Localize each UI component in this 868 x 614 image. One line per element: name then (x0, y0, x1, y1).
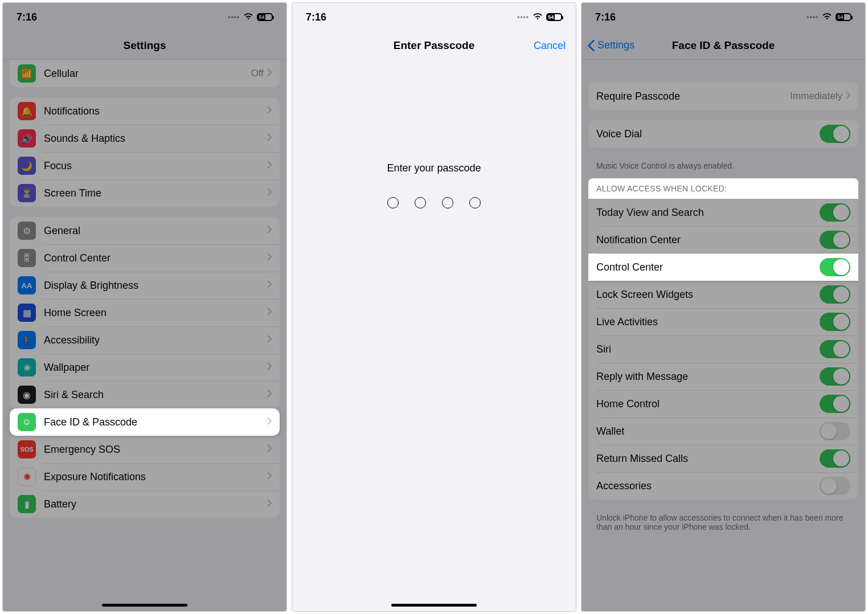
passcode-dot-3 (442, 197, 453, 208)
settings-cellular-row[interactable]: 📶 Cellular Off (10, 60, 280, 87)
sliders-icon: 🎛 (18, 249, 36, 267)
accessories-footer: Unlock iPhone to allow accessories to co… (582, 510, 865, 531)
status-bar: 7:16 •••• 54 (3, 3, 286, 31)
settings-sounds-row[interactable]: 🔊 Sounds & Haptics (10, 125, 280, 152)
passcode-dot-4 (469, 197, 481, 208)
allow-wallet-toggle[interactable] (820, 422, 850, 440)
passcode-dot-2 (415, 197, 426, 208)
allow-home-control-row[interactable]: Home Control (588, 390, 858, 417)
allow-row-label: Live Activities (596, 316, 820, 328)
allow-row-label: Reply with Message (596, 371, 820, 383)
home-indicator[interactable] (102, 604, 187, 607)
antenna-icon: 📶 (18, 64, 36, 83)
allow-live-activities-toggle[interactable] (820, 313, 850, 331)
cellular-dots-icon: •••• (517, 13, 529, 21)
nav-bar: Settings (3, 31, 286, 60)
chevron-right-icon (267, 280, 272, 290)
settings-display-row[interactable]: AA Display & Brightness (10, 272, 280, 299)
chevron-right-icon (267, 472, 272, 482)
accessibility-icon: 🚶 (18, 331, 36, 349)
allow-notification-center-row[interactable]: Notification Center (588, 226, 858, 253)
settings-screen: 7:16 •••• 54 Settings 📶 Cellular Off 🔔 N… (2, 2, 287, 612)
allow-live-activities-row[interactable]: Live Activities (588, 308, 858, 335)
settings-exposure-row[interactable]: ✺ Exposure Notifications (10, 463, 280, 490)
allow-wallet-row[interactable]: Wallet (588, 417, 858, 445)
allow-row-label: Wallet (596, 425, 820, 437)
status-time: 7:16 (595, 11, 616, 23)
settings-content[interactable]: 📶 Cellular Off 🔔 Notifications 🔊 Sounds … (3, 60, 286, 611)
settings-focus-row[interactable]: 🌙 Focus (10, 152, 280, 179)
settings-general-row[interactable]: ⚙ General (10, 217, 280, 244)
voice-dial-row[interactable]: Voice Dial (588, 120, 858, 148)
allow-today-view-and-search-row[interactable]: Today View and Search (588, 199, 858, 226)
passcode-screen: 7:16 •••• 54 Enter Passcode Cancel Enter… (292, 2, 576, 612)
wifi-icon (533, 11, 543, 23)
siri-icon: ◉ (18, 386, 36, 404)
flower-icon: ❀ (18, 358, 36, 376)
cancel-button[interactable]: Cancel (534, 40, 566, 52)
battery-icon: 54 (546, 13, 562, 21)
allow-return-missed-calls-row[interactable]: Return Missed Calls (588, 445, 858, 472)
allow-reply-with-message-toggle[interactable] (820, 367, 850, 386)
allow-row-label: Lock Screen Widgets (596, 289, 820, 301)
allow-lock-screen-widgets-row[interactable]: Lock Screen Widgets (588, 281, 858, 308)
chevron-right-icon (267, 133, 272, 144)
chevron-right-icon (267, 226, 272, 236)
settings-faceid-row-highlight: ☺ Face ID & Passcode (10, 408, 280, 436)
settings-battery-row[interactable]: ▮ Battery (10, 490, 280, 518)
settings-notifications-row[interactable]: 🔔 Notifications (10, 97, 280, 125)
allow-row-label: Accessories (596, 480, 820, 492)
settings-screentime-row[interactable]: ⏳ Screen Time (10, 179, 280, 207)
faceid-passcode-screen: 7:16 •••• 54 Settings Face ID & Passcode… (581, 2, 866, 612)
chevron-right-icon (267, 188, 272, 198)
settings-accessibility-row[interactable]: 🚶 Accessibility (10, 326, 280, 354)
allow-notification-center-toggle[interactable] (820, 231, 850, 249)
faceid-content[interactable]: Require Passcode Immediately Voice Dial … (582, 60, 865, 611)
settings-control-center-row[interactable]: 🎛 Control Center (10, 244, 280, 272)
allow-home-control-toggle[interactable] (820, 395, 850, 413)
allow-siri-toggle[interactable] (820, 340, 850, 358)
allow-control-center-toggle[interactable] (820, 258, 850, 276)
status-indicators: •••• 54 (806, 11, 851, 23)
status-time: 7:16 (306, 11, 326, 23)
status-indicators: •••• 54 (228, 11, 273, 23)
settings-sos-row[interactable]: SOS Emergency SOS (10, 436, 280, 463)
chevron-right-icon (267, 417, 272, 427)
allow-return-missed-calls-toggle[interactable] (820, 449, 850, 468)
allow-accessories-row[interactable]: Accessories (588, 472, 858, 500)
chevron-right-icon (267, 253, 272, 263)
gear-icon: ⚙ (18, 222, 36, 240)
allow-row-label: Today View and Search (596, 207, 820, 219)
chevron-right-icon (267, 499, 272, 509)
back-button[interactable]: Settings (587, 39, 634, 51)
wifi-icon (822, 11, 832, 23)
chevron-right-icon (267, 444, 272, 455)
settings-siri-row[interactable]: ◉ Siri & Search (10, 381, 280, 408)
status-time: 7:16 (17, 11, 37, 23)
settings-wallpaper-row[interactable]: ❀ Wallpaper (10, 354, 280, 381)
chevron-right-icon (267, 390, 272, 400)
allow-lock-screen-widgets-toggle[interactable] (820, 285, 850, 304)
page-title: Settings (124, 39, 166, 52)
allow-accessories-toggle[interactable] (820, 477, 850, 495)
speaker-icon: 🔊 (18, 129, 36, 148)
settings-faceid-row[interactable]: ☺ Face ID & Passcode (10, 408, 280, 436)
allow-today-view-and-search-toggle[interactable] (820, 203, 850, 222)
chevron-right-icon (846, 91, 850, 101)
allow-control-center-row[interactable]: Control Center (588, 253, 858, 281)
allow-row-label: Home Control (596, 398, 820, 410)
require-passcode-row[interactable]: Require Passcode Immediately (588, 83, 858, 110)
home-indicator[interactable] (391, 604, 477, 607)
allow-reply-with-message-row[interactable]: Reply with Message (588, 363, 858, 390)
page-title: Face ID & Passcode (672, 39, 775, 52)
status-bar: 7:16 •••• 54 (582, 3, 865, 31)
hourglass-icon: ⏳ (18, 184, 36, 202)
bell-icon: 🔔 (18, 102, 36, 120)
voice-dial-toggle[interactable] (820, 125, 850, 143)
allow-siri-row[interactable]: Siri (588, 335, 858, 363)
battery-row-icon: ▮ (18, 495, 36, 513)
cellular-dots-icon: •••• (806, 13, 818, 21)
status-bar: 7:16 •••• 54 (292, 3, 576, 31)
passcode-dots (387, 197, 481, 208)
settings-homescreen-row[interactable]: ▦ Home Screen (10, 299, 280, 326)
